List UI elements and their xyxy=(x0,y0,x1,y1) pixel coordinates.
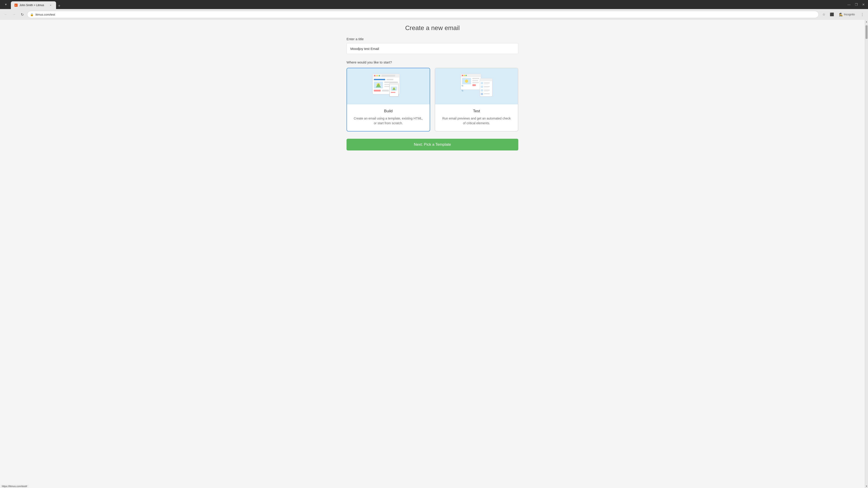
svg-point-27 xyxy=(464,75,465,76)
page-content: Create a new email Enter a title Where w… xyxy=(0,20,868,488)
window-controls-right: — ❐ ✕ xyxy=(847,3,865,6)
svg-rect-7 xyxy=(381,75,395,76)
build-card-title: Build xyxy=(352,109,424,113)
svg-rect-16 xyxy=(374,90,381,92)
new-tab-button[interactable]: + xyxy=(56,3,62,9)
page-inner: Create a new email Enter a title Where w… xyxy=(342,20,523,151)
svg-rect-33 xyxy=(472,82,479,83)
build-card[interactable]: Build Create an email using a template, … xyxy=(346,68,430,131)
svg-point-26 xyxy=(462,75,463,76)
svg-text:L: L xyxy=(16,4,17,6)
right-scrollbar[interactable]: ▲ ▼ xyxy=(865,20,868,488)
test-card[interactable]: ↻ xyxy=(435,68,518,131)
test-card-image: ↻ xyxy=(435,68,518,104)
svg-rect-48 xyxy=(484,93,490,94)
back-button[interactable]: ← xyxy=(3,11,9,18)
window-controls-left: ▼ xyxy=(3,1,9,8)
main-content: Create a new email Enter a title Where w… xyxy=(0,20,865,488)
address-bar[interactable]: 🔒 litmus.com/test xyxy=(27,11,819,18)
tab-close-button[interactable]: × xyxy=(49,3,53,7)
lock-icon: 🔒 xyxy=(30,13,34,16)
svg-rect-32 xyxy=(472,80,478,81)
svg-rect-38 xyxy=(481,82,483,84)
svg-point-6 xyxy=(379,75,380,76)
address-bar-row: ← → ↻ 🔒 litmus.com/test ☆ ⬛ 🕵️ Incognito… xyxy=(0,9,868,20)
active-tab[interactable]: L John Smith > Litmus × xyxy=(11,1,56,9)
browser-chrome: ▼ L John Smith > Litmus × + — ❐ ✕ ← → xyxy=(0,0,868,20)
svg-rect-37 xyxy=(480,78,492,81)
svg-rect-34 xyxy=(472,84,476,86)
incognito-label: Incognito xyxy=(844,13,855,16)
start-section: Where would you like to start? xyxy=(346,60,518,131)
svg-rect-46 xyxy=(484,91,489,92)
forward-button[interactable]: → xyxy=(11,11,17,18)
minimize-button[interactable]: — xyxy=(847,3,851,6)
scrollbar-down-arrow[interactable]: ▼ xyxy=(865,484,868,488)
incognito-icon: 🕵️ xyxy=(839,13,843,16)
svg-rect-44 xyxy=(481,89,483,92)
svg-rect-45 xyxy=(484,90,490,91)
svg-rect-41 xyxy=(481,86,483,88)
cards-row: Build Create an email using a template, … xyxy=(346,68,518,131)
close-window-button[interactable]: ✕ xyxy=(862,3,865,6)
svg-rect-13 xyxy=(384,82,398,83)
title-bar: ▼ L John Smith > Litmus × + — ❐ ✕ xyxy=(0,0,868,9)
test-card-title: Test xyxy=(440,109,513,113)
title-label: Enter a title xyxy=(346,37,518,41)
extensions-button[interactable]: ⬛ xyxy=(829,11,835,18)
build-card-description: Create an email using a template, existi… xyxy=(352,116,424,126)
svg-rect-8 xyxy=(374,79,385,80)
build-card-image xyxy=(347,68,430,104)
build-card-body: Build Create an email using a template, … xyxy=(347,104,430,131)
svg-point-4 xyxy=(374,75,375,76)
incognito-badge: 🕵️ Incognito xyxy=(837,12,857,17)
menu-button[interactable]: ⋮ xyxy=(859,11,865,18)
test-card-description: Run email previews and get an automated … xyxy=(440,116,513,126)
svg-point-5 xyxy=(376,75,378,76)
status-bar: https://litmus.com/test# xyxy=(0,484,29,488)
profile-switcher-button[interactable]: ▼ xyxy=(3,1,9,8)
scrollbar-thumb[interactable] xyxy=(866,25,868,39)
tab-favicon: L xyxy=(14,4,18,7)
svg-text:↻: ↻ xyxy=(462,85,463,87)
tab-title: John Smith > Litmus xyxy=(20,4,47,7)
title-input[interactable] xyxy=(346,43,518,54)
svg-rect-42 xyxy=(484,86,490,87)
svg-rect-31 xyxy=(472,78,479,79)
start-section-label: Where would you like to start? xyxy=(346,60,518,64)
svg-rect-47 xyxy=(481,93,483,95)
svg-rect-39 xyxy=(484,83,490,84)
svg-rect-43 xyxy=(484,88,489,88)
next-button[interactable]: Next: Pick a Template xyxy=(346,139,518,151)
svg-rect-40 xyxy=(484,84,489,85)
toolbar-icons: ☆ ⬛ 🕵️ Incognito ⋮ xyxy=(820,11,865,18)
page-title: Create a new email xyxy=(346,20,518,37)
svg-rect-17 xyxy=(382,90,389,92)
scrollbar-track[interactable] xyxy=(865,24,868,484)
svg-rect-9 xyxy=(386,79,393,80)
test-illustration-svg: ↻ xyxy=(458,72,495,101)
scrollbar-up-arrow[interactable]: ▲ xyxy=(865,20,868,24)
svg-rect-19 xyxy=(390,83,399,85)
svg-text:↻: ↻ xyxy=(462,90,463,92)
tab-list: L John Smith > Litmus × + xyxy=(9,0,847,9)
svg-point-28 xyxy=(465,75,467,76)
build-illustration-svg xyxy=(370,72,406,101)
svg-point-30 xyxy=(465,79,468,83)
maximize-button[interactable]: ❐ xyxy=(855,3,858,6)
test-card-body: Test Run email previews and get an autom… xyxy=(435,104,518,131)
reload-button[interactable]: ↻ xyxy=(19,11,25,18)
svg-rect-23 xyxy=(391,92,395,93)
url-text: litmus.com/test xyxy=(35,13,816,16)
title-form-section: Enter a title xyxy=(346,37,518,54)
status-url: https://litmus.com/test# xyxy=(2,485,27,488)
bookmark-button[interactable]: ☆ xyxy=(820,11,827,18)
